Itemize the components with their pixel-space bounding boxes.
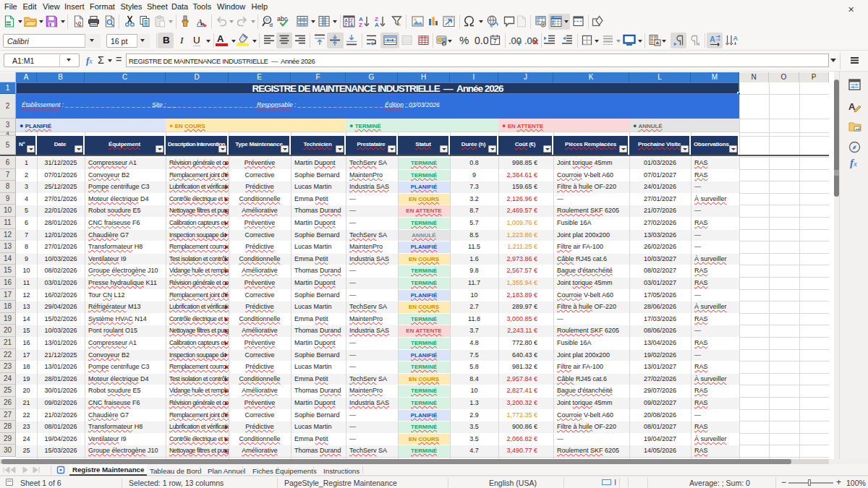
svg-text:7: 7	[493, 38, 497, 45]
svg-text:A: A	[197, 17, 203, 27]
svg-text:d: d	[270, 22, 273, 28]
svg-text:A: A	[350, 22, 354, 27]
svg-text:A: A	[375, 22, 379, 27]
svg-text:a: a	[266, 17, 269, 22]
svg-text:A: A	[733, 35, 739, 42]
svg-text:A: A	[710, 35, 715, 43]
svg-text:Z: Z	[359, 22, 362, 27]
svg-text:Z: Z	[344, 22, 347, 27]
